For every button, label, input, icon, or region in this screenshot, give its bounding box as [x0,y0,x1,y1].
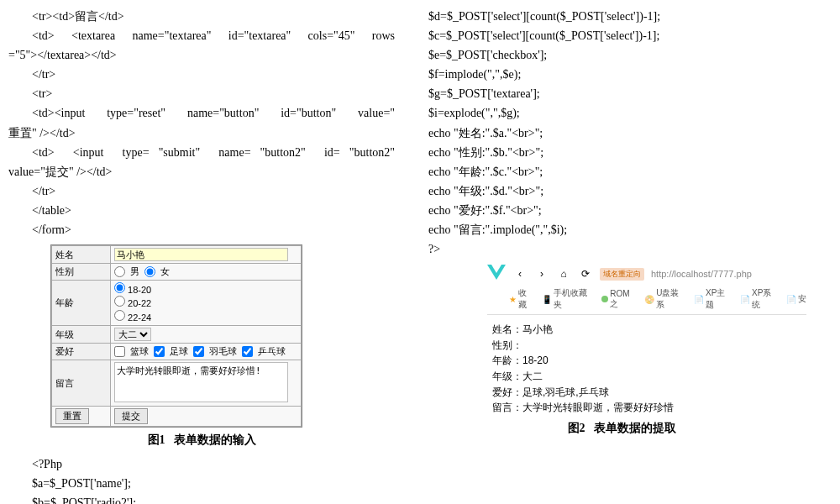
code-line: echo "姓名:".$a."<br>"; [428,123,815,143]
bookmark-fav[interactable]: ★收藏 [509,287,535,311]
forward-icon[interactable]: › [534,266,549,281]
code-line: echo "留言:".implode(",",$i); [428,220,815,239]
output-line: 爱好：足球,羽毛球,乒乓球 [492,385,806,401]
code-line: </table> [8,201,395,220]
code-line: $i=explode(",",$g); [428,103,815,123]
figure-2-caption: 图2表单数据的提取 [428,421,815,436]
code-line: </form> [8,220,395,239]
output-line: 留言：大学时光转眼即逝，需要好好珍惜 [492,400,806,416]
bookmark-rom[interactable]: ROM之 [601,287,638,311]
msg-textarea[interactable] [114,362,288,402]
bookmark-udisk[interactable]: 📀U盘装系 [644,287,687,311]
figure-1-caption: 图1表单数据的输入 [8,433,395,448]
radio-female[interactable] [144,266,155,277]
label-name: 姓名 [52,246,111,264]
code-line: <?Php [8,454,395,474]
hobby-2: 羽毛球 [209,345,237,358]
code-line: $a=$_POST['name']; [8,474,395,493]
code-line: <tr> [8,84,395,103]
code-line: <td><input type="reset" name="button" id… [8,103,395,123]
right-column: $d=$_POST['select'][count($_POST['select… [420,0,823,449]
check-hobby-3[interactable] [242,346,253,357]
reload-icon[interactable]: ⟳ [578,266,593,281]
bm-6: 安 [798,293,806,305]
browser-toolbar: ‹ › ⌂ ⟳ 域名重定向 http://localhost/7777.php [487,262,806,286]
address-badge: 域名重定向 [600,268,644,281]
label-hobby: 爱好 [52,344,111,360]
php-code-left: <?Php$a=$_POST['name'];$b=$_POST['radio2… [8,454,395,504]
label-sex: 性别 [52,264,111,281]
code-line: echo "性别:".$b."<br>"; [428,143,815,162]
output-line: 姓名：马小艳 [492,322,806,338]
bookmark-xpsys[interactable]: 📄XP系统 [740,287,780,311]
code-line: echo "爱好:".$f."<br>"; [428,201,815,220]
radio-male-label: 男 [130,265,139,278]
bookmark-xptheme[interactable]: 📄XP主题 [694,287,733,311]
home-icon[interactable]: ⌂ [556,266,571,281]
code-line: ="5"></textarea></td> [8,45,395,65]
check-hobby-1[interactable] [154,346,165,357]
fig2-num: 图2 [568,422,585,434]
fig2-title: 表单数据的提取 [594,422,676,434]
dot-icon [601,296,608,302]
bm-5: XP系统 [752,287,780,311]
code-line: echo "年级:".$d."<br>"; [428,181,815,201]
output-line: 年级：大二 [492,369,806,385]
form-screenshot: 姓名 性别 男 女 年龄 18-20 20-22 22-24 [50,244,302,428]
radio-age-2[interactable] [114,310,125,321]
bm-1: 手机收藏夹 [554,287,595,311]
bm-4: XP主题 [706,287,733,311]
hobby-1: 足球 [170,345,188,358]
fig1-num: 图1 [148,433,165,446]
code-line: value="提交" /></td> [8,162,395,181]
check-hobby-0[interactable] [114,346,125,357]
output-line: 年龄：18-20 [492,353,806,369]
age-opt-0: 18-20 [128,285,151,295]
bookmark-mobile[interactable]: 📱手机收藏夹 [542,287,595,311]
code-line: <tr><td>留言</td> [8,7,395,26]
html-code-block: <tr><td>留言</td><td> <textarea name="text… [8,7,395,239]
label-msg: 留言 [52,360,111,407]
code-line: $f=implode(",",$e); [428,65,815,84]
code-line: echo "年龄:".$c."<br>"; [428,162,815,181]
bm-3: U盘装系 [656,287,687,311]
submit-button[interactable]: 提交 [114,408,148,424]
code-line: $e=$_POST['checkbox']; [428,45,815,65]
browser-logo-icon [487,265,506,283]
left-column: <tr><td>留言</td><td> <textarea name="text… [0,0,403,504]
php-output: 姓名：马小艳性别：年龄：18-20年级：大二爱好：足球,羽毛球,乒乓球留言：大学… [487,315,806,416]
code-line: <td> <input type= "submit" name= "button… [8,143,395,162]
address-url[interactable]: http://localhost/7777.php [651,269,752,279]
star-icon: ★ [509,295,517,304]
bm-0: 收藏 [518,287,535,311]
age-opt-1: 20-22 [128,298,151,308]
code-line: $b=$_POST['radio2']; [8,493,395,504]
reset-button[interactable]: 重置 [55,408,89,424]
code-line: $d=$_POST['select'][count($_POST['select… [428,7,815,26]
browser-screenshot: ‹ › ⌂ ⟳ 域名重定向 http://localhost/7777.php … [487,262,806,416]
bookmark-bar: ★收藏 📱手机收藏夹 ROM之 📀U盘装系 📄XP主题 📄XP系统 📄安 [487,286,806,315]
php-code-right: $d=$_POST['select'][count($_POST['select… [428,7,815,259]
code-line: ?> [428,239,815,259]
back-icon[interactable]: ‹ [512,266,528,281]
code-line: </tr> [8,181,395,201]
code-line: <td> <textarea name="textarea" id="texta… [8,26,395,45]
code-line: $g=$_POST['textarea']; [428,84,815,103]
code-line: </tr> [8,65,395,84]
hobby-3: 乒乓球 [258,345,286,358]
code-line: $c=$_POST['select'][count($_POST['select… [428,26,815,45]
hobby-0: 篮球 [130,345,149,358]
label-grade: 年级 [52,326,111,344]
fig1-title: 表单数据的输入 [174,433,256,446]
code-line: 重置" /></td> [8,123,395,143]
radio-female-label: 女 [160,265,170,278]
radio-male[interactable] [114,266,125,277]
bookmark-an[interactable]: 📄安 [786,287,806,311]
check-hobby-2[interactable] [193,346,204,357]
grade-select[interactable]: 大二 [114,328,151,341]
radio-age-1[interactable] [114,296,125,307]
name-input[interactable] [114,248,288,261]
output-line: 性别： [492,338,806,354]
age-opt-2: 22-24 [128,312,151,323]
radio-age-0[interactable] [114,282,125,293]
